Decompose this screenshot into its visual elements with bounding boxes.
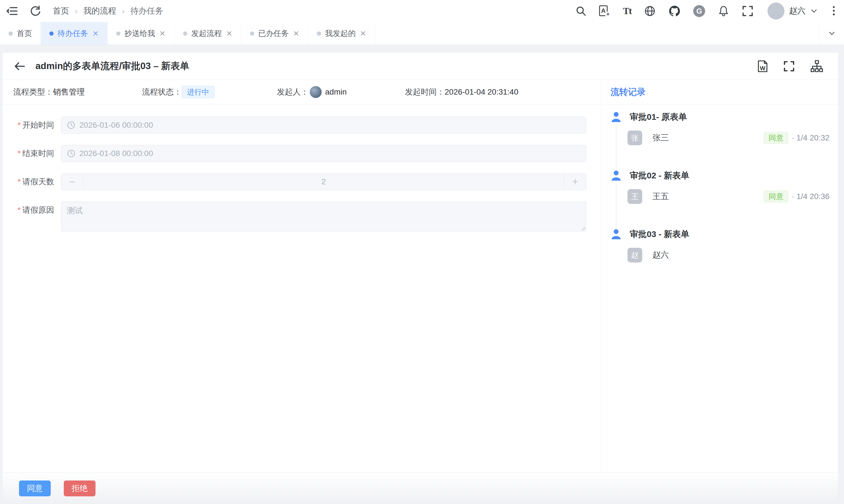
search-icon[interactable] (575, 5, 587, 17)
leave-reason-value: 测试 (67, 206, 83, 215)
breadcrumb-my-process[interactable]: 我的流程 (83, 5, 116, 17)
more-menu-icon[interactable] (831, 5, 837, 17)
tab-close-icon[interactable] (226, 30, 233, 37)
timeline-item: 审批03 - 新表单 赵 赵六 (610, 228, 829, 263)
breadcrumb: 首页 › 我的流程 › 待办任务 (53, 5, 163, 17)
reject-button[interactable]: 拒绝 (64, 481, 96, 496)
font-size-icon[interactable]: Tt (623, 6, 632, 16)
user-menu[interactable]: 赵六 (768, 3, 818, 20)
field-label: 请假原因 (22, 205, 54, 214)
flow-record-timeline: 审批01- 原表单 张 张三 同意 · 1/4 20:32 (601, 105, 838, 472)
tab-todo-task[interactable]: 待办任务 (41, 22, 108, 45)
flow-diagram-icon[interactable] (810, 60, 823, 72)
start-time-input-value: 2026-01-06 00:00:00 (79, 121, 153, 130)
approver-name: 赵六 (652, 249, 669, 261)
tab-label: 我发起的 (325, 28, 356, 38)
tab-dot (183, 32, 187, 36)
tab-label: 待办任务 (57, 28, 88, 38)
process-type-label: 流程类型： (13, 87, 53, 97)
breadcrumb-separator-icon: › (122, 6, 125, 16)
gitee-letter: G (696, 7, 702, 16)
tab-close-icon[interactable] (92, 30, 99, 37)
tabs-dropdown-icon[interactable] (819, 22, 844, 45)
leave-reason-textarea[interactable]: 测试 (61, 202, 586, 232)
form-row-leave-days: *请假天数 − 2 + (3, 173, 601, 190)
i18n-plus-badge: + (605, 12, 610, 17)
node-title: 审批03 - 新表单 (630, 229, 689, 240)
tab-dot (8, 32, 13, 36)
initiator-avatar (310, 86, 322, 98)
i18n-language-icon[interactable]: A + (599, 5, 610, 17)
breadcrumb-todo-task: 待办任务 (131, 5, 163, 17)
username: 赵六 (789, 5, 806, 17)
user-avatar[interactable] (768, 3, 785, 20)
required-mark: * (18, 177, 21, 186)
flow-record-title: 流转记录 (610, 86, 645, 98)
tab-start-process[interactable]: 发起流程 (175, 22, 241, 45)
leave-days-stepper[interactable]: − 2 + (61, 173, 586, 190)
action-footer: 同意 拒绝 (3, 472, 838, 504)
start-time-value: 2026-01-04 20:31:40 (445, 88, 518, 96)
sidebar-collapse-icon[interactable] (6, 5, 18, 17)
fullscreen-detail-icon[interactable] (783, 60, 795, 72)
user-node-icon (610, 111, 622, 123)
chevron-down-icon (810, 7, 818, 15)
approve-time: · 1/4 20:36 (792, 192, 829, 201)
notification-bell-icon[interactable] (718, 5, 729, 17)
node-title: 审批02 - 新表单 (630, 170, 689, 181)
breadcrumb-separator-icon: › (75, 6, 77, 16)
export-word-icon[interactable]: W (758, 60, 768, 72)
tab-label: 抄送给我 (124, 28, 155, 38)
initiator-label: 发起人： (277, 87, 309, 97)
user-node-icon (610, 169, 622, 182)
approve-button[interactable]: 同意 (19, 481, 51, 496)
tab-dot (250, 32, 254, 36)
stepper-decrease-icon[interactable]: − (61, 174, 83, 190)
flow-record-header: 流转记录 (601, 80, 838, 105)
approver-avatar: 张 (627, 130, 642, 145)
tab-cc-to-me[interactable]: 抄送给我 (108, 22, 175, 45)
fullscreen-icon[interactable] (742, 5, 753, 17)
process-status-label: 流程状态： (142, 87, 182, 97)
refresh-icon[interactable] (30, 5, 41, 17)
leave-days-value: 2 (322, 177, 326, 186)
globe-icon[interactable] (644, 5, 656, 17)
breadcrumb-home[interactable]: 首页 (53, 5, 69, 17)
form-column: 流程类型： 销售管理 流程状态： 进行中 发起人： admin 发起时间： (3, 80, 601, 472)
process-detail-card: admin的多表单流程/审批03 – 新表单 W (2, 52, 838, 504)
form-row-leave-reason: *请假原因 测试 (3, 202, 601, 232)
start-time-label: 发起时间： (405, 87, 445, 97)
tab-close-icon[interactable] (360, 30, 366, 37)
timeline-item: 审批01- 原表单 张 张三 同意 · 1/4 20:32 (610, 111, 829, 145)
approver-name: 王五 (652, 191, 669, 202)
start-time-input[interactable]: 2026-01-06 00:00:00 (61, 116, 586, 134)
end-time-input-value: 2026-01-08 00:00:00 (79, 149, 153, 158)
github-icon[interactable] (668, 5, 681, 17)
initiator-value: admin (325, 88, 347, 96)
end-time-input[interactable]: 2026-01-08 00:00:00 (61, 145, 586, 162)
required-mark: * (18, 121, 21, 129)
status-badge: 进行中 (182, 86, 214, 98)
field-label: 请假天数 (22, 177, 54, 186)
tab-done-task[interactable]: 已办任务 (241, 22, 308, 45)
gitee-icon[interactable]: G (693, 5, 705, 17)
tab-dot (317, 32, 321, 36)
tab-dot (49, 32, 54, 36)
navbar-actions: A + Tt G (575, 3, 837, 20)
stepper-increase-icon[interactable]: + (564, 174, 586, 190)
tab-home[interactable]: 首页 (0, 22, 41, 45)
tab-close-icon[interactable] (293, 30, 299, 37)
page-title: admin的多表单流程/审批03 – 新表单 (35, 60, 189, 72)
tabs-spacer (375, 22, 819, 45)
tab-close-icon[interactable] (159, 30, 166, 37)
top-navbar: 首页 › 我的流程 › 待办任务 A + Tt (0, 0, 844, 22)
back-arrow-icon[interactable] (14, 60, 26, 72)
required-mark: * (18, 149, 21, 158)
approver-avatar: 王 (627, 189, 642, 204)
clock-icon (67, 149, 75, 158)
resize-handle[interactable] (581, 226, 585, 230)
tab-started-by-me[interactable]: 我发起的 (308, 22, 375, 45)
approve-result-badge: 同意 (764, 191, 788, 202)
tab-label: 发起流程 (191, 28, 222, 38)
user-node-icon (610, 228, 622, 240)
